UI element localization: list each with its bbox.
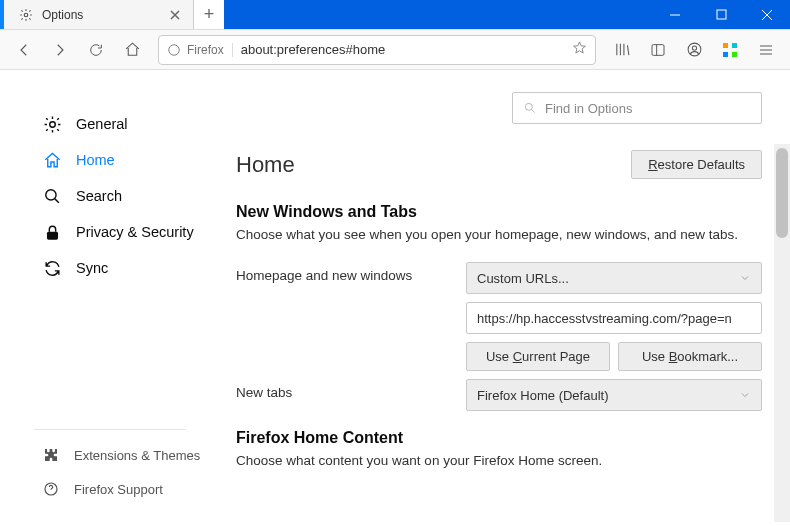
help-icon (42, 480, 60, 498)
sidebar-item-label: Extensions & Themes (74, 448, 200, 463)
preferences-sidebar: General Home Search Privacy & Security S… (0, 70, 220, 526)
newtabs-select[interactable]: Firefox Home (Default) (466, 379, 762, 411)
section-heading: New Windows and Tabs (236, 203, 762, 221)
scrollbar[interactable] (774, 144, 790, 522)
close-window-button[interactable] (744, 0, 790, 29)
toolbar: Firefox about:preferences#home (0, 30, 790, 70)
sidebar-item-support[interactable]: Firefox Support (0, 472, 220, 506)
reload-button[interactable] (80, 34, 112, 66)
svg-rect-3 (652, 44, 664, 55)
window-controls (652, 0, 790, 29)
forward-button[interactable] (44, 34, 76, 66)
svg-point-14 (525, 103, 532, 110)
preferences-main: Find in Options Home Restore Defaults Ne… (220, 70, 790, 526)
sidebar-item-label: Privacy & Security (76, 224, 194, 240)
sidebar-item-search[interactable]: Search (0, 178, 220, 214)
extension-button[interactable] (714, 34, 746, 66)
sidebar-item-label: Home (76, 152, 115, 168)
tab-close-button[interactable] (167, 7, 183, 23)
homepage-url-input[interactable] (466, 302, 762, 334)
home-button[interactable] (116, 34, 148, 66)
sidebar-item-label: Firefox Support (74, 482, 163, 497)
svg-point-2 (169, 44, 180, 55)
svg-point-11 (45, 189, 55, 199)
url-text: about:preferences#home (241, 42, 564, 57)
search-icon (523, 101, 537, 115)
find-placeholder: Find in Options (545, 101, 632, 116)
tab-title: Options (42, 8, 159, 22)
sidebar-toggle-button[interactable] (642, 34, 674, 66)
svg-rect-1 (717, 10, 726, 19)
sidebar-item-extensions[interactable]: Extensions & Themes (0, 438, 220, 472)
sidebar-item-label: Search (76, 188, 122, 204)
restore-defaults-button[interactable]: Restore Defaults (631, 150, 762, 179)
maximize-button[interactable] (698, 0, 744, 29)
section-description: Choose what content you want on your Fir… (236, 453, 762, 468)
svg-rect-6 (723, 43, 728, 48)
library-button[interactable] (606, 34, 638, 66)
scrollbar-thumb[interactable] (776, 148, 788, 238)
svg-point-0 (24, 13, 28, 17)
chevron-down-icon (739, 389, 751, 401)
search-icon (42, 186, 62, 206)
home-icon (42, 150, 62, 170)
svg-rect-8 (723, 52, 728, 57)
identity-box[interactable]: Firefox (167, 43, 233, 57)
section-description: Choose what you see when you open your h… (236, 227, 762, 242)
sidebar-item-privacy[interactable]: Privacy & Security (0, 214, 220, 250)
select-value: Firefox Home (Default) (477, 388, 608, 403)
svg-point-5 (692, 46, 696, 50)
homepage-mode-select[interactable]: Custom URLs... (466, 262, 762, 294)
minimize-button[interactable] (652, 0, 698, 29)
browser-tab[interactable]: Options (4, 0, 194, 29)
lock-icon (42, 222, 62, 242)
firefox-icon (167, 43, 181, 57)
find-in-options-input[interactable]: Find in Options (512, 92, 762, 124)
use-bookmark-button[interactable]: Use Bookmark... (618, 342, 762, 371)
use-current-page-button[interactable]: Use Current Page (466, 342, 610, 371)
select-value: Custom URLs... (477, 271, 569, 286)
newtabs-label: New tabs (236, 379, 466, 411)
sidebar-item-sync[interactable]: Sync (0, 250, 220, 286)
identity-label: Firefox (187, 43, 224, 57)
svg-rect-12 (46, 231, 57, 239)
svg-rect-7 (732, 43, 737, 48)
svg-rect-9 (732, 52, 737, 57)
url-bar[interactable]: Firefox about:preferences#home (158, 35, 596, 65)
sidebar-item-label: Sync (76, 260, 108, 276)
titlebar: Options + (0, 0, 790, 30)
sidebar-item-label: General (76, 116, 128, 132)
puzzle-icon (42, 446, 60, 464)
chevron-down-icon (739, 272, 751, 284)
section-heading: Firefox Home Content (236, 429, 762, 447)
bookmark-star-icon[interactable] (572, 40, 587, 59)
sidebar-item-home[interactable]: Home (0, 142, 220, 178)
menu-button[interactable] (750, 34, 782, 66)
page-title: Home (236, 152, 295, 178)
gear-icon (18, 7, 34, 23)
svg-point-10 (49, 121, 55, 127)
new-tab-button[interactable]: + (194, 0, 224, 29)
account-button[interactable] (678, 34, 710, 66)
sync-icon (42, 258, 62, 278)
gear-icon (42, 114, 62, 134)
sidebar-item-general[interactable]: General (0, 106, 220, 142)
back-button[interactable] (8, 34, 40, 66)
homepage-label: Homepage and new windows (236, 262, 466, 371)
